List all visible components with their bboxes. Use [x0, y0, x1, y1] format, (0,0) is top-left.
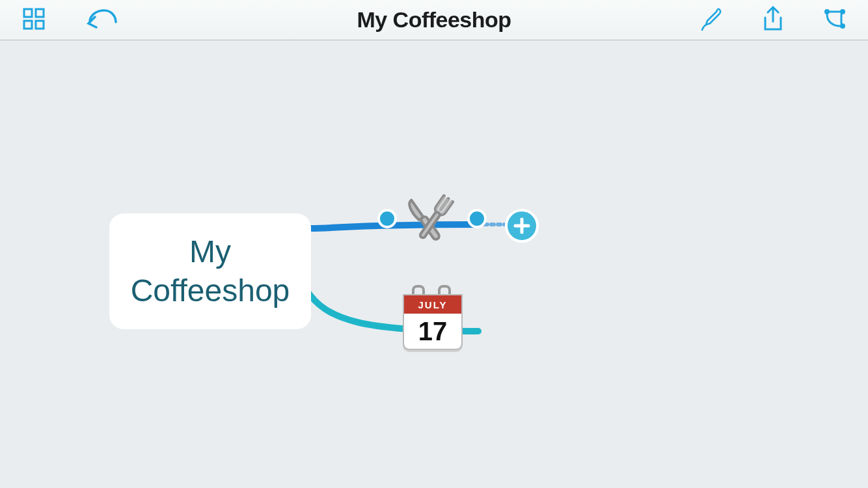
utensils-icon — [397, 237, 462, 248]
svg-rect-2 — [24, 21, 32, 29]
add-child-button[interactable] — [505, 209, 539, 243]
layout-icon — [822, 7, 847, 34]
grid-icon — [22, 7, 46, 33]
child-node-food[interactable] — [397, 187, 462, 246]
calendar-month: JULY — [404, 295, 461, 314]
share-button[interactable] — [759, 6, 787, 34]
layout-button[interactable] — [820, 6, 848, 34]
toolbar: My Coffeeshop — [0, 0, 868, 40]
share-icon — [761, 6, 785, 34]
child-node-date[interactable]: JULY 17 — [403, 285, 460, 347]
documents-button[interactable] — [20, 6, 48, 34]
selection-handle-left[interactable] — [377, 209, 397, 228]
undo-button[interactable] — [87, 6, 116, 34]
svg-rect-0 — [24, 9, 32, 17]
calendar-icon: JULY 17 — [403, 294, 463, 350]
svg-rect-1 — [36, 9, 44, 17]
mindmap-canvas[interactable]: My Coffeeshop — [0, 41, 868, 488]
root-node[interactable]: My Coffeeshop — [109, 213, 311, 329]
plus-icon — [513, 217, 530, 234]
brush-icon — [699, 7, 724, 34]
style-button[interactable] — [698, 6, 726, 34]
svg-rect-3 — [36, 21, 44, 29]
root-node-label: My Coffeeshop — [131, 232, 290, 310]
undo-icon — [86, 8, 117, 33]
calendar-day: 17 — [404, 314, 461, 349]
selection-handle-right[interactable] — [467, 209, 487, 228]
